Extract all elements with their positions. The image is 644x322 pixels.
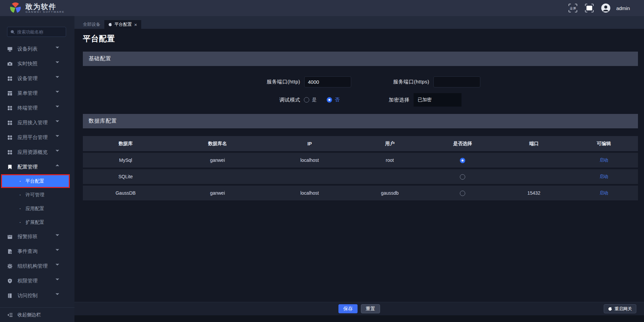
row-select-radio[interactable] [460, 158, 465, 163]
app-header: 敢为软件 GANWEI SOFTWARE 全屏 ad [0, 0, 644, 16]
sidebar: 设备列表实时快照设备管理菜单管理终端管理应用接入管理应用平台管理应用资源概览配置… [0, 16, 74, 322]
layout-icon [7, 91, 12, 96]
radio-label: 是 [312, 97, 317, 103]
username[interactable]: admin [616, 5, 630, 11]
grid-icon [7, 150, 12, 155]
chevron-down-icon [56, 47, 61, 52]
chevron-down-icon [56, 264, 61, 269]
radio-icon [327, 97, 332, 103]
bullet-icon: · [19, 178, 21, 185]
sidebar-item-label: 报警排班 [17, 234, 38, 240]
encrypt-select[interactable]: 已加密 [414, 93, 462, 107]
cell-db: GaussDB [83, 190, 168, 196]
https-port-input[interactable] [433, 76, 480, 87]
sidebar-item-14[interactable]: 日志预览 [0, 303, 74, 307]
chevron-down-icon [56, 76, 61, 81]
sidebar-item-label: 访问控制 [17, 293, 38, 299]
chevron-down-icon [56, 120, 61, 125]
sidebar-subitem-label: 许可管理 [25, 192, 44, 198]
start-link[interactable]: 启动 [599, 190, 608, 195]
sidebar-item-6[interactable]: 应用平台管理 [0, 130, 74, 145]
section-database-config: 数据库配置 [83, 114, 638, 128]
cell-ip: localhost [267, 157, 353, 163]
footer-action-bar: 保存 重置 重启网关 [74, 302, 644, 315]
tab-all-devices[interactable]: 全部设备 [79, 20, 104, 29]
fullscreen-icon[interactable]: 全屏 [568, 3, 578, 13]
sidebar-item-7[interactable]: 应用资源概览 [0, 145, 74, 159]
sidebar-item-label: 实时快照 [17, 61, 38, 67]
sidebar-item-label: 应用接入管理 [17, 120, 48, 126]
chevron-down-icon [56, 278, 61, 283]
sidebar-search-box [7, 27, 66, 37]
close-tab-icon[interactable]: × [134, 22, 137, 27]
restart-icon [608, 307, 612, 311]
grid-icon [7, 106, 12, 111]
chevron-up-icon [56, 165, 61, 170]
monitor-icon [7, 47, 12, 52]
event-search-icon [7, 249, 12, 254]
sidebar-item-5[interactable]: 应用接入管理 [0, 115, 74, 130]
exit-fullscreen-icon[interactable] [585, 3, 594, 13]
sidebar-subitem-label: 平台配置 [25, 178, 44, 184]
database-table: 数据库数据库名IP用户是否选择端口可编辑MySqlganweilocalhost… [83, 136, 638, 200]
bullet-icon: · [19, 219, 21, 226]
sidebar-item-11[interactable]: 组织机构管理 [0, 259, 74, 273]
camera-icon [7, 61, 12, 66]
chevron-down-icon [56, 293, 61, 298]
sidebar-subitem-许可管理[interactable]: ·许可管理 [0, 188, 74, 202]
gear-icon [7, 264, 12, 269]
book-icon [7, 293, 12, 298]
logo-text: 敢为软件 GANWEI SOFTWARE [25, 3, 65, 13]
debug-mode-label: 调试模式 [83, 97, 300, 103]
sidebar-subitem-平台配置[interactable]: ·平台配置 [1, 174, 70, 188]
start-link[interactable]: 启动 [599, 157, 608, 163]
debug-no-radio[interactable]: 否 [327, 97, 339, 103]
http-port-input[interactable] [304, 76, 351, 87]
sidebar-item-8[interactable]: 配置管理 [0, 159, 74, 174]
sidebar-item-0[interactable]: 设备列表 [0, 42, 74, 56]
sidebar-item-9[interactable]: 报警排班 [0, 229, 74, 244]
tab-label: 全部设备 [83, 21, 100, 27]
chevron-down-icon [56, 91, 61, 96]
sidebar-item-label: 终端管理 [17, 105, 38, 111]
table-header-row: 数据库数据库名IP用户是否选择端口可编辑 [83, 136, 638, 151]
table-row-MySql: MySqlganweilocalhostroot启动 [83, 153, 638, 168]
sidebar-item-10[interactable]: 事件查询 [0, 244, 74, 259]
sidebar-subitem-应用配置[interactable]: ·应用配置 [0, 202, 74, 215]
restart-gateway-label: 重启网关 [614, 306, 632, 312]
sidebar-item-13[interactable]: 访问控制 [0, 288, 74, 303]
sidebar-item-2[interactable]: 设备管理 [0, 71, 74, 86]
tab-bar: 全部设备 平台配置 × [74, 16, 644, 29]
column-header: 端口 [498, 141, 570, 147]
https-port-label: 服务端口(https) [351, 79, 429, 85]
sidebar-item-label: 应用资源概览 [17, 149, 48, 155]
cell-user: gaussdb [353, 190, 427, 196]
debug-mode-radio-group: 是 否 [300, 97, 339, 103]
sidebar-item-label: 菜单管理 [17, 90, 38, 96]
start-link[interactable]: 启动 [599, 174, 608, 179]
tab-label: 平台配置 [114, 21, 132, 27]
sidebar-item-4[interactable]: 终端管理 [0, 101, 74, 115]
search-input[interactable] [17, 29, 63, 35]
row-select-radio[interactable] [460, 191, 465, 196]
save-button[interactable]: 保存 [338, 304, 358, 313]
tab-platform-config[interactable]: 平台配置 × [104, 20, 141, 29]
sidebar-subitem-扩展配置[interactable]: ·扩展配置 [0, 215, 74, 229]
sidebar-item-12[interactable]: 权限管理 [0, 273, 74, 288]
collapse-sidebar-button[interactable]: 收起侧边栏 [0, 307, 74, 322]
sidebar-item-1[interactable]: 实时快照 [0, 56, 74, 71]
section-basic-config: 基础配置 [83, 52, 638, 66]
refresh-tab-icon[interactable] [108, 23, 112, 26]
chevron-down-icon [56, 106, 61, 111]
user-avatar[interactable] [601, 3, 610, 13]
reset-button[interactable]: 重置 [361, 304, 380, 313]
row-select-radio[interactable] [460, 174, 465, 180]
sidebar-item-label: 事件查询 [17, 248, 38, 255]
chevron-down-icon [56, 135, 61, 140]
sidebar-item-3[interactable]: 菜单管理 [0, 86, 74, 101]
bookmark-icon [7, 165, 12, 170]
restart-gateway-button[interactable]: 重启网关 [604, 304, 636, 313]
debug-yes-radio[interactable]: 是 [304, 97, 317, 103]
column-header: IP [267, 141, 353, 146]
logo-subtitle: GANWEI SOFTWARE [25, 10, 65, 13]
